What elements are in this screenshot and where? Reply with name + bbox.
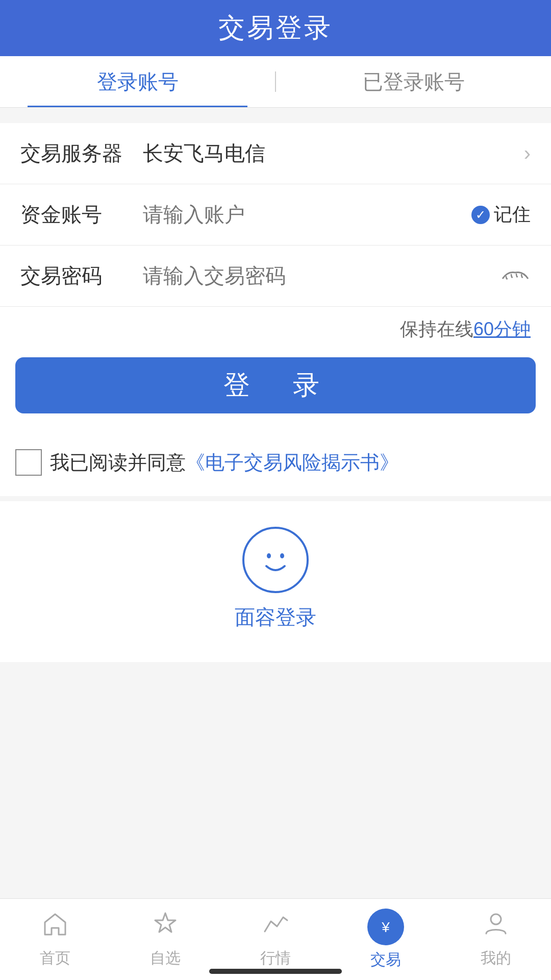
header-title: 交易登录 — [218, 10, 333, 46]
nav-label-market: 行情 — [260, 948, 291, 969]
server-label: 交易服务器 — [20, 139, 133, 167]
header: 交易登录 — [0, 0, 551, 56]
bottom-indicator — [209, 969, 342, 974]
nav-label-mine: 我的 — [481, 948, 511, 969]
face-login-icon — [242, 527, 309, 593]
agreement-checkbox[interactable] — [15, 449, 42, 476]
password-input[interactable] — [133, 264, 500, 287]
remember-label: 记住 — [494, 202, 531, 227]
nav-item-home[interactable]: 首页 — [0, 910, 110, 969]
nav-item-trade[interactable]: ¥ 交易 — [331, 909, 441, 970]
online-text: 保持在线 — [400, 317, 473, 342]
login-button-area: 登 录 — [0, 357, 551, 434]
user-icon — [482, 910, 510, 944]
password-toggle-icon[interactable] — [500, 263, 531, 289]
password-row: 交易密码 — [0, 246, 551, 307]
server-row[interactable]: 交易服务器 长安飞马电信 › — [0, 123, 551, 184]
online-link[interactable]: 60分钟 — [473, 317, 531, 342]
svg-point-3 — [491, 914, 501, 924]
account-label: 资金账号 — [20, 201, 133, 229]
tab-login-account[interactable]: 登录账号 — [0, 56, 275, 107]
agreement-text: 我已阅读并同意《电子交易风险揭示书》 — [50, 450, 399, 476]
svg-text:¥: ¥ — [381, 919, 390, 935]
nav-item-favorites[interactable]: 自选 — [110, 910, 220, 969]
nav-item-market[interactable]: 行情 — [220, 910, 331, 969]
star-icon — [152, 910, 179, 944]
chart-icon — [262, 910, 289, 944]
face-login-area[interactable]: 面容登录 — [0, 501, 551, 662]
yen-icon: ¥ — [367, 909, 404, 945]
nav-item-mine[interactable]: 我的 — [441, 910, 551, 969]
login-button[interactable]: 登 录 — [15, 357, 536, 413]
chevron-right-icon: › — [524, 142, 531, 165]
agreement-link[interactable]: 《电子交易风险揭示书》 — [186, 452, 399, 473]
remember-check-icon: ✓ — [471, 206, 490, 224]
online-reminder: 保持在线60分钟 — [0, 307, 551, 357]
tab-logged-accounts[interactable]: 已登录账号 — [276, 56, 551, 107]
home-icon — [41, 910, 69, 944]
bottom-navigation: 首页 自选 行情 ¥ 交易 — [0, 898, 551, 980]
form-area: 交易服务器 长安飞马电信 › 资金账号 ✓ 记住 交易密码 — [0, 123, 551, 307]
tab-navigation: 登录账号 已登录账号 — [0, 56, 551, 108]
server-value: 长安飞马电信 — [133, 139, 524, 167]
face-login-label: 面容登录 — [235, 603, 316, 631]
password-label: 交易密码 — [20, 262, 133, 290]
account-input[interactable] — [133, 203, 471, 226]
account-row: 资金账号 ✓ 记住 — [0, 184, 551, 246]
nav-label-home: 首页 — [40, 948, 70, 969]
nav-label-favorites: 自选 — [150, 948, 181, 969]
remember-toggle[interactable]: ✓ 记住 — [471, 202, 531, 227]
svg-point-1 — [280, 553, 284, 558]
svg-point-0 — [267, 553, 271, 558]
agreement-area: 我已阅读并同意《电子交易风险揭示书》 — [0, 434, 551, 496]
nav-label-trade: 交易 — [370, 949, 401, 970]
